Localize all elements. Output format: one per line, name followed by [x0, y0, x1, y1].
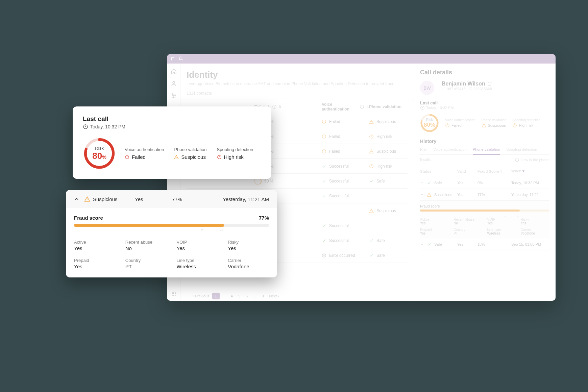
svg-point-6 [172, 292, 173, 293]
svg-point-28 [515, 158, 519, 162]
col-phone-validation[interactable]: Phone validation [369, 104, 408, 109]
expand-valid: Yes [135, 196, 172, 202]
history-row-expanded: Fraud score⌂⌂ActiveYesRecent abuseNoVOIP… [420, 201, 549, 239]
tab-voice-authentication[interactable]: Voice authentication [433, 147, 466, 154]
pager-page[interactable]: 1 [212, 293, 220, 299]
fraud-attribute: PrepaidYes [74, 258, 115, 269]
voice-cell: Error occurred [322, 253, 369, 258]
info-icon [272, 104, 277, 109]
fraud-attribute: CarrierVodafone [228, 258, 269, 269]
chevron-up-icon[interactable] [74, 196, 79, 202]
pager-page[interactable]: 4 [228, 293, 236, 299]
phone-cell: Suspicious [369, 119, 408, 124]
expand-header[interactable]: Suspicious Yes 77% Yesterday, 11:21 AM [66, 190, 277, 208]
lastcall-heading: Last call [83, 115, 261, 123]
page-title: Identity [187, 70, 408, 80]
phone-cell: - [369, 194, 408, 198]
voice-cell: Successful [322, 238, 369, 243]
page-subtitle: Leverage Voice Biometrics to decrease AH… [187, 81, 408, 86]
phone-cell: High risk [369, 134, 408, 139]
last-call-time: Today, 10:32 PM [420, 105, 549, 110]
pagination: ‹ Previous 1...456...9 Next › [187, 291, 408, 298]
tab-phone-validation[interactable]: Phone validation [473, 147, 500, 155]
pager-page[interactable]: 6 [243, 293, 250, 299]
svg-point-11 [175, 293, 176, 294]
contact-name[interactable]: Benjamin Wilson [442, 81, 492, 87]
mini-risk-summary: Risk80% Voice authenticationFailed Phone… [420, 114, 549, 132]
svg-point-10 [173, 293, 174, 294]
voice-cell: Successful [322, 164, 369, 169]
pager-page[interactable]: 9 [259, 293, 266, 299]
warning-icon [482, 123, 486, 128]
tab-risk[interactable]: Risk [420, 147, 427, 154]
fraud-score-value: 77% [259, 215, 269, 221]
home-icon[interactable] [171, 68, 177, 74]
calls-count: 5 calls [420, 157, 431, 162]
contact-profile: BW Benjamin Wilson +1 987165413 · ID 292… [420, 81, 549, 95]
col-voice-auth[interactable]: Voice authentication⇅ [322, 102, 369, 112]
svg-rect-1 [172, 57, 174, 58]
voice-cell: Successful [322, 179, 369, 183]
info-icon [360, 104, 364, 109]
fraud-attributes: ActiveYesRecent abuseNoVOIPYesRiskyYesPr… [74, 240, 269, 269]
threshold-marker-icon: ⌂ [201, 227, 204, 232]
info-icon [515, 157, 519, 162]
svg-point-7 [173, 292, 174, 293]
voice-cell: Failed [322, 134, 369, 139]
history-row[interactable]: SuspiciousYes77%Yesterday, 11:21 [420, 189, 549, 201]
phone-cell: Safe [369, 238, 408, 243]
fraud-score-bar [74, 224, 269, 227]
popout-fraud-detail: Suspicious Yes 77% Yesterday, 11:21 AM F… [66, 190, 277, 277]
clock-icon [83, 124, 88, 129]
svg-point-9 [172, 293, 173, 294]
lastcall-time: Today, 10:32 PM [83, 124, 261, 129]
history-hint[interactable]: How is the phone [515, 157, 549, 162]
warning-icon [84, 196, 90, 202]
lastcall-metric: Spoofing detectionHigh risk [217, 147, 253, 160]
pager-page[interactable]: ... [220, 293, 228, 299]
pager-page[interactable]: 5 [236, 293, 243, 299]
voice-cell: Failed [322, 149, 369, 154]
pager-next[interactable]: Next › [269, 294, 279, 298]
voice-cell: Successful [322, 223, 369, 228]
svg-rect-0 [171, 57, 172, 60]
phone-cell: - [369, 223, 408, 228]
clock-icon [420, 105, 425, 110]
history-heading: History [420, 139, 549, 144]
history-tabs: RiskVoice authenticationPhone validation… [420, 147, 549, 155]
bell-icon[interactable] [178, 56, 183, 61]
external-link-icon[interactable] [487, 81, 492, 86]
voice-cell: - [322, 209, 369, 213]
contacts-count: 1311 contacts [187, 91, 408, 96]
expand-status: Suspicious [93, 196, 118, 202]
titlebar [167, 54, 556, 64]
fraud-attribute: VOIPYes [177, 240, 218, 251]
contact-phone-id: +1 987165413 · ID 292615668 [442, 87, 492, 91]
profile-icon[interactable] [171, 80, 177, 87]
phone-cell: Suspicious [369, 149, 408, 154]
history-row[interactable]: SafeYes0%Today, 10:32 PM [420, 177, 549, 189]
alert-circle-icon [445, 123, 450, 128]
voice-cell: Failed [322, 119, 369, 124]
svg-point-13 [173, 295, 174, 296]
svg-point-5 [173, 97, 174, 98]
fraud-attribute: ActiveYes [74, 240, 115, 251]
expand-fraud: 77% [172, 196, 209, 202]
app-logo-icon [170, 56, 175, 61]
risk-label: Risk [95, 146, 103, 151]
popout-last-call: Last call Today, 10:32 PM Risk80% Voice … [73, 106, 271, 179]
pager-prev[interactable]: ‹ Previous [193, 294, 210, 298]
apps-grid-icon[interactable] [171, 291, 177, 297]
phone-cell: Safe [369, 253, 408, 258]
risk-ring: Risk80% [420, 114, 439, 132]
svg-point-2 [173, 81, 175, 83]
svg-point-8 [175, 292, 176, 293]
tab-spoofing-detection[interactable]: Spoofing detection [506, 147, 537, 154]
settings-sliders-icon[interactable] [171, 93, 177, 99]
history-row[interactable]: SafeYes18%Sep 15, 01:00 PM [420, 239, 549, 250]
pager-page[interactable]: ... [250, 293, 259, 299]
lastcall-metric: Voice authenticationFailed [125, 147, 164, 160]
voice-cell: Successful [322, 194, 369, 198]
details-title: Call details [420, 69, 549, 76]
fraud-attribute: CountryPT [125, 258, 167, 269]
